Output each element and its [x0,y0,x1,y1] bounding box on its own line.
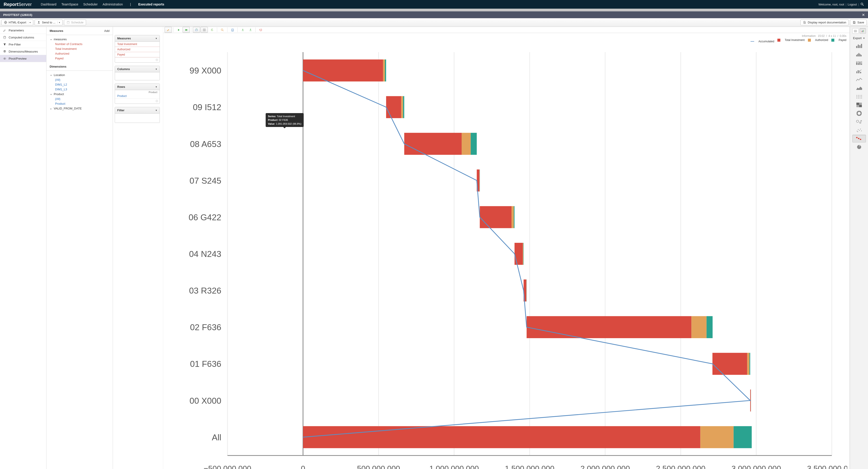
svg-point-107 [860,98,860,98]
svg-rect-93 [861,61,862,64]
svg-text:08 A653: 08 A653 [190,139,221,149]
leftnav-pivot-preview[interactable]: Pivot/Preview [0,55,46,62]
svg-text:−500,000,000: −500,000,000 [204,464,251,469]
search-icon[interactable] [860,2,864,6]
nav-administration[interactable]: Administration [103,2,123,6]
refresh-tool[interactable] [208,27,216,33]
save-button[interactable]: Save [850,20,867,25]
reset-tool[interactable] [257,27,264,33]
measure-item[interactable]: Authorized [46,51,113,56]
drop-columns[interactable]: Columns▼ [115,66,160,80]
leftnav-computed-columns[interactable]: Computed columns [0,34,46,41]
nav-executed-reports[interactable]: Executed reports [138,2,164,6]
chip-product[interactable]: Product [115,94,160,98]
svg-rect-90 [856,61,857,63]
nav-right: Welcome, root, root | Logout | [818,2,864,6]
display-documentation-button[interactable]: Display report documentation [800,20,849,25]
svg-point-100 [861,95,862,96]
print-tool[interactable] [229,27,236,33]
leftnav-parameters[interactable]: Parameters [0,27,46,34]
download-tool[interactable] [239,27,246,33]
svg-rect-7 [203,29,205,31]
dim-product[interactable]: Product [46,92,113,96]
pencil-icon [167,28,170,32]
view-table-button[interactable] [852,28,859,34]
svg-rect-85 [861,55,862,56]
line-chart-icon [856,77,863,82]
drop-filter[interactable]: Filter▼ [115,107,160,123]
leftnav-pre-filter[interactable]: Pre-Filter [0,41,46,48]
area-chart-icon [856,86,863,90]
view-chart-button[interactable] [860,28,866,34]
svg-rect-48 [514,206,515,228]
table-insert-tool[interactable] [193,27,200,33]
svg-point-120 [860,129,861,129]
chart-icon [861,29,864,33]
upload-tool[interactable] [247,27,254,33]
chart-scatter-button[interactable] [852,126,866,134]
chart-heatmap-button[interactable] [852,101,866,109]
svg-text:03 R326: 03 R326 [189,286,221,295]
chart-donut-button[interactable] [852,110,866,117]
dim-item[interactable]: DIM1_L2 [46,82,113,87]
chart-combo-button[interactable] [852,67,866,75]
svg-point-105 [857,98,857,98]
schedule-button: Schedule [64,20,86,25]
measure-item[interactable]: Number of Contracts [46,42,113,46]
export-dropdown[interactable]: Export▼ [853,36,865,40]
measures-group[interactable]: measures [46,37,113,42]
scatter-icon [856,128,863,132]
edit-tool[interactable] [164,27,172,33]
logout-link[interactable]: Logout [848,3,857,6]
svg-rect-31 [383,59,385,82]
leftnav-dimensions-measures[interactable]: Dimensions/Measures [0,48,46,55]
chart[interactable]: −500,000,0000500,000,0001,000,000,0001,5… [163,44,849,469]
dim-item[interactable]: Product [46,101,113,106]
svg-rect-81 [856,55,857,56]
svg-text:99 X000: 99 X000 [190,66,221,75]
dim-item[interactable]: DIM1_L3 [46,87,113,92]
grid-tool[interactable] [200,27,208,33]
svg-rect-91 [858,61,859,63]
measure-item[interactable]: Total Investment [46,46,113,51]
dim-item[interactable]: (All) [46,77,113,82]
svg-text:All: All [212,432,221,442]
add-measure-button[interactable]: Add [104,29,110,33]
chip-payed[interactable]: Payed [115,52,160,57]
svg-rect-30 [303,59,383,82]
drop-measures[interactable]: Measures▼ Total Investment Authorized Pa… [115,35,160,63]
nav-dashboard[interactable]: Dashboard [41,2,57,6]
nav-teamspace[interactable]: TeamSpace [61,2,78,6]
svg-text:500,000,000: 500,000,000 [357,464,400,469]
nav-scheduler[interactable]: Scheduler [83,2,98,6]
chart-area-button[interactable] [852,84,866,92]
chip-authorized[interactable]: Authorized [115,47,160,52]
fast-play-tool[interactable] [183,27,190,33]
chart-bar-button[interactable] [852,42,866,50]
chart-pie-button[interactable] [852,143,866,151]
dim-item[interactable]: (All) [46,96,113,101]
chart-dots-button[interactable] [852,93,866,100]
dim-valid-from-date[interactable]: VALID_FROM_DATE [46,106,113,111]
play-tool[interactable] [175,27,182,33]
chart-line-button[interactable] [852,76,866,84]
chart-waterfall-button[interactable] [852,135,866,143]
fast-forward-icon [185,28,188,32]
dim-location[interactable]: Location [46,72,113,77]
svg-text:2,500,000,000: 2,500,000,000 [656,464,706,469]
html-export-button[interactable]: HTML-Export▾ [1,20,33,25]
zoom-tool[interactable] [219,27,226,33]
chart-stacked-bar-button[interactable] [852,59,866,67]
measure-item[interactable]: Payed [46,56,113,61]
svg-rect-52 [523,243,524,265]
heatmap-icon [857,103,862,107]
drop-rows[interactable]: Rows▼ Product Product [115,84,160,104]
chart-histogram-button[interactable] [852,51,866,58]
close-icon[interactable]: ✕ [862,13,865,17]
svg-rect-110 [859,103,862,105]
nav-separator: | [130,2,131,6]
chart-bubble-button[interactable] [852,118,866,126]
send-to-button[interactable]: Send to ...▾ [35,20,62,25]
chip-total-investment[interactable]: Total Investment [115,42,160,47]
download-icon [241,28,245,32]
